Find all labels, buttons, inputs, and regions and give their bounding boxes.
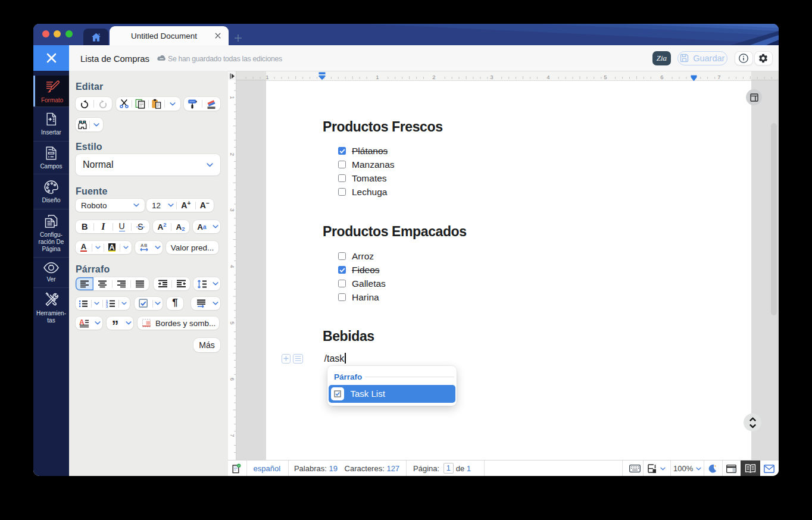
- svg-text:2: 2: [432, 74, 435, 80]
- svg-text:6: 6: [229, 378, 236, 381]
- svg-text:7: 7: [717, 74, 720, 80]
- svg-text:AB: AB: [140, 243, 148, 248]
- svg-text:4: 4: [229, 265, 236, 268]
- svg-text:5: 5: [604, 74, 607, 80]
- svg-text:3: 3: [106, 305, 108, 308]
- svg-text:1: 1: [266, 74, 268, 80]
- svg-text:3: 3: [229, 208, 236, 211]
- svg-text:7: 7: [229, 434, 236, 437]
- svg-text:4: 4: [546, 74, 549, 80]
- svg-text:1: 1: [229, 96, 236, 99]
- svg-text:3: 3: [490, 74, 493, 80]
- svg-text:5: 5: [229, 321, 236, 324]
- svg-text:6: 6: [660, 74, 663, 80]
- svg-text:1: 1: [376, 74, 379, 80]
- svg-text:2: 2: [229, 153, 236, 156]
